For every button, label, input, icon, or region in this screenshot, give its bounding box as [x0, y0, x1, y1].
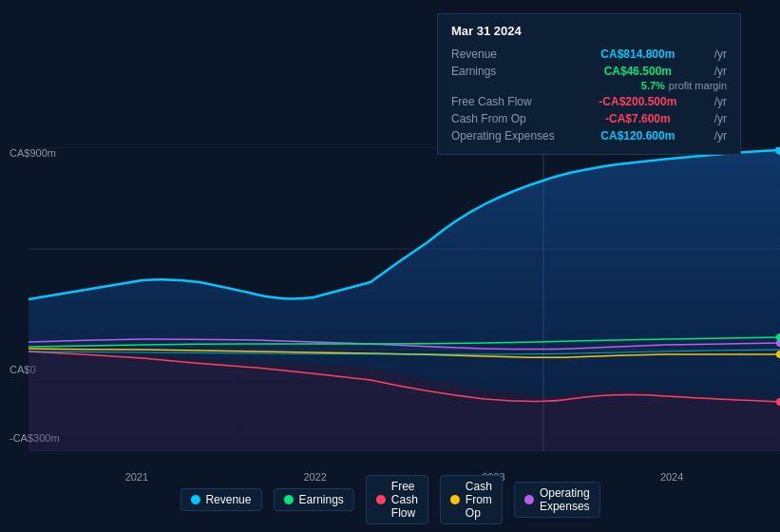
revenue-dot	[190, 495, 200, 504]
earnings-label: Earnings	[451, 65, 565, 78]
legend-revenue-label: Revenue	[205, 493, 251, 506]
legend-cashfromop-label: Cash From Op	[466, 480, 492, 520]
opex-dot	[524, 495, 534, 504]
legend-revenue[interactable]: Revenue	[180, 488, 261, 511]
legend-opex-label: Operating Expenses	[540, 486, 590, 513]
cashfromop-dot	[450, 495, 460, 504]
fcf-dot	[376, 495, 386, 504]
profit-margin-label: profit margin	[669, 80, 727, 91]
cashfromop-unit: /yr	[714, 112, 727, 125]
chart-svg	[29, 147, 780, 451]
chart-legend: Revenue Earnings Free Cash Flow Cash Fro…	[180, 475, 599, 524]
info-box: Mar 31 2024 Revenue CA$814.800m /yr Earn…	[437, 13, 741, 155]
legend-cashfromop[interactable]: Cash From Op	[440, 475, 503, 524]
fcf-label: Free Cash Flow	[451, 95, 565, 108]
opex-unit: /yr	[714, 129, 727, 142]
revenue-value: CA$814.800m	[600, 48, 675, 61]
earnings-dot	[283, 495, 293, 504]
fcf-value: -CA$200.500m	[599, 95, 676, 108]
cashfromop-label: Cash From Op	[451, 112, 565, 125]
revenue-row: Revenue CA$814.800m /yr	[451, 46, 727, 63]
x-label-2024: 2024	[660, 471, 683, 483]
cashfromop-value: -CA$7.600m	[605, 112, 671, 125]
legend-earnings[interactable]: Earnings	[273, 488, 353, 511]
profit-margin-value: 5.7%	[641, 80, 665, 91]
legend-opex[interactable]: Operating Expenses	[514, 482, 600, 518]
opex-label: Operating Expenses	[451, 129, 565, 142]
fcf-row: Free Cash Flow -CA$200.500m /yr	[451, 93, 727, 110]
earnings-unit: /yr	[714, 65, 727, 78]
earnings-value: CA$46.500m	[604, 65, 672, 78]
cashfromop-row: Cash From Op -CA$7.600m /yr	[451, 110, 727, 127]
legend-fcf[interactable]: Free Cash Flow	[366, 475, 428, 524]
opex-row: Operating Expenses CA$120.600m /yr	[451, 127, 727, 144]
legend-fcf-label: Free Cash Flow	[391, 480, 418, 520]
earnings-row: Earnings CA$46.500m /yr	[451, 63, 727, 80]
revenue-unit: /yr	[714, 48, 727, 61]
fcf-unit: /yr	[714, 95, 727, 108]
profit-margin-row: 5.7% profit margin	[451, 80, 727, 93]
opex-value: CA$120.600m	[600, 129, 675, 142]
info-date: Mar 31 2024	[451, 24, 727, 38]
x-label-2021: 2021	[125, 471, 148, 483]
legend-earnings-label: Earnings	[298, 493, 343, 506]
revenue-label: Revenue	[451, 48, 565, 61]
